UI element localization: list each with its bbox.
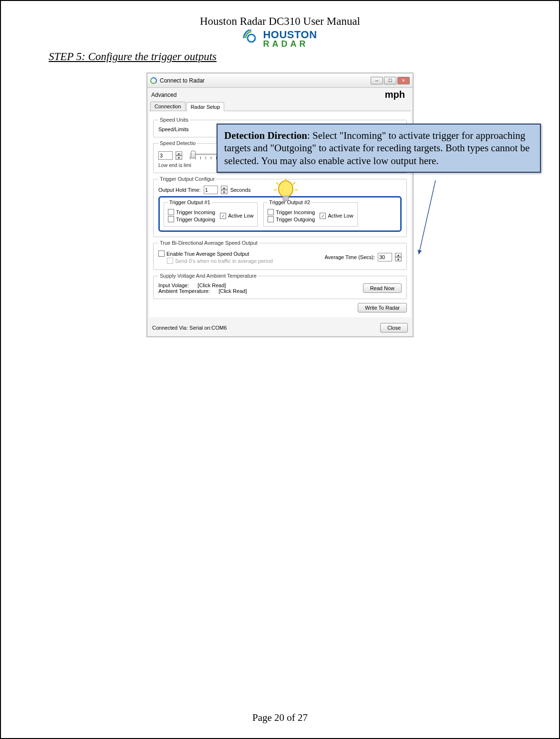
svg-point-0 (248, 34, 255, 42)
annotation-callout: Detection Direction: Select "Incoming" t… (217, 124, 541, 173)
logo-text-bottom: RADAR (263, 40, 317, 48)
page-number: Page 20 of 27 (1, 712, 559, 724)
group-supply-voltage-legend: Supply Voltage And Ambient Temperature (158, 273, 258, 279)
svg-line-6 (293, 182, 295, 185)
read-now-button[interactable]: Read Now (363, 283, 402, 293)
avg-time-value[interactable]: 30 (378, 253, 392, 261)
checkbox-trigger2-active-low[interactable]: ✓ (320, 213, 326, 219)
checkbox-trigger2-incoming[interactable] (268, 209, 274, 215)
checkbox-trigger1-outgoing[interactable] (168, 216, 174, 222)
group-speed-units-legend: Speed Units (158, 117, 190, 123)
checkbox-trigger2-outgoing[interactable] (268, 216, 274, 222)
label-trigger2-active-low: Active Low (328, 213, 353, 219)
input-voltage-value: [Click Read] (197, 282, 226, 288)
annotation-bold: Detection Direction (224, 130, 307, 141)
checkbox-send-zeros[interactable] (167, 258, 173, 264)
lightbulb-icon (274, 178, 298, 208)
speed-limits-label: Speed/Limits (158, 126, 189, 132)
ambient-temp-value: [Click Read] (218, 288, 247, 294)
label-send-zeros: Send 0's when no traffic in average peri… (175, 258, 273, 264)
ambient-temp-label: Ambient Temperature: (158, 288, 210, 294)
maximize-button[interactable]: ☐ (384, 77, 396, 84)
group-trigger-output-config-legend: Trigger Output Configur (158, 176, 216, 182)
window-titlebar[interactable]: Connect to Radar ─ ☐ ✕ (147, 73, 413, 88)
speed-detection-value[interactable]: 3 (158, 151, 173, 160)
svg-rect-3 (283, 196, 289, 201)
speed-unit-display: mph (385, 89, 409, 100)
step-heading: STEP 5: Configure the trigger outputs (49, 51, 511, 63)
connected-via-label: Connected Via: Serial on:COM6 (152, 325, 227, 331)
menu-advanced[interactable]: Advanced (151, 92, 176, 98)
minimize-button[interactable]: ─ (371, 77, 383, 84)
label-enable-true-avg: Enable True Average Speed Output (166, 251, 249, 257)
logo-text-top: HOUSTON (263, 30, 317, 40)
checkbox-trigger1-active-low[interactable]: ✓ (220, 213, 226, 219)
group-trigger-output-1: Trigger Output #1 Trigger Incoming Trigg… (164, 199, 258, 227)
tab-radar-setup[interactable]: Radar Setup (187, 102, 225, 111)
label-trigger1-active-low: Active Low (228, 213, 253, 219)
close-window-button[interactable]: ✕ (397, 77, 410, 84)
svg-point-2 (279, 181, 293, 197)
output-hold-time-label: Output Hold Time: (158, 187, 201, 193)
page: Houston Radar DC310 User Manual HOUSTON … (0, 0, 560, 739)
annotation-arrow-icon (416, 180, 445, 257)
app-window: Connect to Radar ─ ☐ ✕ Advanced mph Conn… (146, 73, 414, 337)
group-speed-detection-legend: Speed Detectio (158, 140, 197, 146)
svg-line-1 (419, 180, 436, 254)
label-trigger2-outgoing: Trigger Outgoing (276, 217, 315, 222)
window-title: Connect to Radar (160, 77, 371, 84)
write-to-radar-button[interactable]: Write To Radar (358, 303, 407, 312)
group-bidirectional-legend: True Bi-Directional Average Speed Output (158, 240, 259, 246)
trigger-output-1-legend: Trigger Output #1 (168, 199, 212, 205)
label-trigger1-outgoing: Trigger Outgoing (176, 217, 215, 222)
tab-connection[interactable]: Connection (150, 102, 186, 111)
group-bidirectional: True Bi-Directional Average Speed Output… (153, 240, 407, 270)
logo: HOUSTON RADAR (49, 30, 511, 49)
output-hold-time-value[interactable]: 1 (204, 186, 218, 194)
label-trigger2-incoming: Trigger Incoming (276, 209, 315, 215)
speed-detection-spinner[interactable]: ▲▼ (176, 151, 182, 160)
group-supply-voltage: Supply Voltage And Ambient Temperature I… (153, 273, 407, 299)
svg-line-5 (276, 182, 279, 185)
avg-time-spinner[interactable]: ▲▼ (395, 253, 402, 261)
output-hold-time-unit: Seconds (230, 187, 251, 193)
logo-icon (243, 30, 260, 49)
input-voltage-label: Input Volage: (158, 282, 189, 288)
checkbox-enable-true-avg[interactable] (158, 250, 165, 257)
checkbox-trigger1-incoming[interactable] (168, 209, 174, 215)
avg-time-label: Average Time (Secs): (324, 254, 375, 260)
document-title: Houston Radar DC310 User Manual (49, 15, 511, 28)
output-hold-time-spinner[interactable]: ▲▼ (221, 186, 228, 194)
app-icon (150, 77, 157, 84)
label-trigger1-incoming: Trigger Incoming (176, 209, 215, 215)
close-button[interactable]: Close (380, 323, 408, 333)
